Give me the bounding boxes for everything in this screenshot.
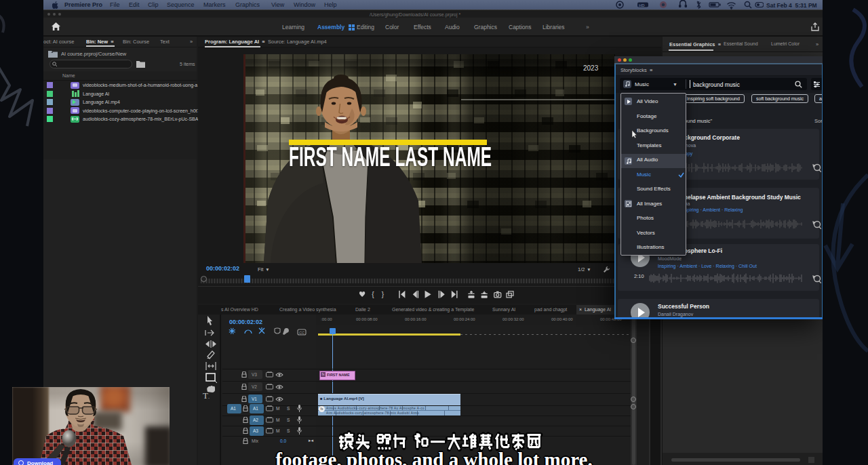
svg-text:HD: HD	[639, 3, 645, 7]
svg-text:}: }	[382, 291, 384, 298]
svg-text:{: {	[372, 291, 374, 298]
